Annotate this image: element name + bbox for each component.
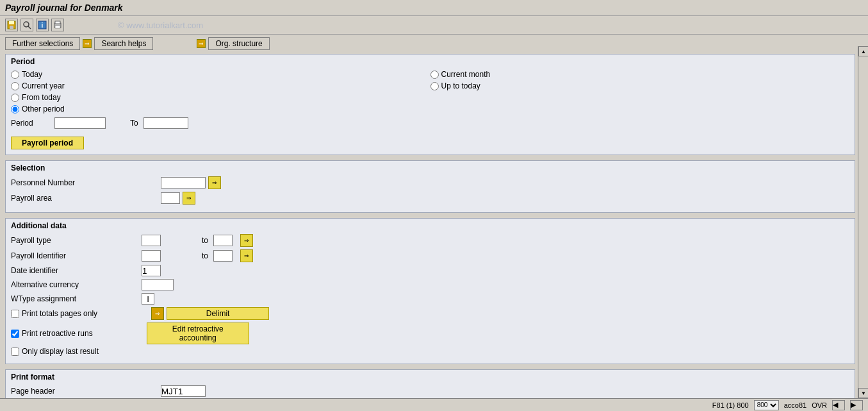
svg-line-4 [28,26,31,29]
alternative-currency-label: Alternative currency [11,280,139,289]
print-totals-checkbox[interactable] [11,310,19,318]
payroll-area-nav-btn[interactable]: ⇒ [183,192,195,205]
info-icon[interactable]: i [36,19,49,31]
current-year-label: Current year [22,81,65,90]
wtype-input[interactable] [142,293,154,305]
period-to-input[interactable] [143,117,188,129]
wtype-row: WType assignment [11,293,849,305]
payroll-type-nav-btn[interactable]: ⇒ [240,234,253,247]
scrollbar: ▲ ▼ [858,46,868,398]
payroll-period-button[interactable]: Payroll period [11,137,84,149]
payroll-identifier-nav-btn[interactable]: ⇒ [240,249,253,262]
save-icon[interactable] [5,19,18,31]
other-period-label: Other period [22,105,65,113]
svg-text:i: i [42,22,44,29]
today-label: Today [22,70,42,79]
status-nav-back[interactable]: ◀ [832,400,845,410]
scroll-up-button[interactable]: ▲ [858,46,868,56]
radio-current-year: Current year [11,81,430,90]
radio-other-period: Other period [11,105,849,113]
svg-rect-8 [55,21,60,24]
personnel-number-nav-btn[interactable]: ⇒ [208,176,221,189]
page-header-row: Page header [11,385,849,397]
additional-data-title: Additional data [11,221,849,230]
print-totals-row: Print totals pages only ⇒ Delimit [11,307,849,320]
only-display-row: Only display last result [11,347,849,356]
payroll-identifier-label: Payroll Identifier [11,251,139,260]
page-header-label: Page header [11,387,158,396]
status-mode: OVR [812,401,827,409]
svg-rect-1 [9,21,14,24]
payroll-type-to-input[interactable] [213,235,233,246]
period-radio-group: Today Current month Current year Up to t… [11,70,849,113]
delimit-button[interactable]: Delimit [167,307,269,320]
only-display-label: Only display last result [22,347,99,356]
print-format-section: Print format Page header [5,369,855,399]
up-to-today-label: Up to today [441,81,480,90]
only-display-checkbox[interactable] [11,348,19,356]
personnel-number-row: Personnel Number ⇒ [11,176,849,189]
radio-current-month: Current month [430,70,850,79]
current-month-label: Current month [441,70,491,79]
search-helps-button[interactable]: Search helps [94,37,153,50]
payroll-identifier-to-input[interactable] [213,250,233,262]
payroll-identifier-row: Payroll Identifier to ⇒ [11,249,849,262]
toolbar: i © www.tutorialkart.com [0,16,868,35]
radio-up-to-today: Up to today [430,81,850,90]
delimit-arrow-icon: ⇒ [151,307,164,320]
watermark: © www.tutorialkart.com [118,21,203,30]
payroll-area-row: Payroll area ⇒ [11,192,849,205]
up-to-today-radio[interactable] [430,82,439,90]
status-bar: F81 (1) 800 800 acco81 OVR ◀ ▶ [0,398,868,411]
button-row: Further selections ⇒ Search helps ⇒ Org.… [5,37,855,50]
radio-from-today: From today [11,93,430,102]
date-identifier-label: Date identifier [11,266,139,275]
svg-rect-2 [10,26,13,29]
period-section-title: Period [11,57,849,66]
payroll-type-row: Payroll type to ⇒ [11,234,849,247]
search-helps-arrow-icon: ⇒ [83,39,92,48]
payroll-type-label: Payroll type [11,236,139,245]
org-structure-button[interactable]: Org. structure [208,37,269,50]
status-dropdown[interactable]: 800 [754,400,779,410]
payroll-type-input[interactable] [142,235,161,246]
wtype-label: WType assignment [11,294,139,303]
print-retroactive-row: Print retroactive runs Edit retroactive … [11,323,849,344]
selection-section-title: Selection [11,164,849,172]
print-retroactive-checkbox[interactable] [11,330,19,338]
svg-rect-9 [55,26,60,28]
payroll-identifier-input[interactable] [142,250,161,262]
from-today-radio[interactable] [11,94,19,102]
print-icon[interactable] [51,19,64,31]
selection-section: Selection Personnel Number ⇒ Payroll are… [5,160,855,213]
period-input-row: Period To [11,117,849,129]
other-period-radio[interactable] [11,105,19,113]
edit-retroactive-button[interactable]: Edit retroactive accounting [147,323,249,344]
personnel-number-input[interactable] [161,177,206,189]
print-format-title: Print format [11,373,849,382]
main-content: Further selections ⇒ Search helps ⇒ Org.… [0,35,868,399]
period-from-input[interactable] [54,117,106,129]
today-radio[interactable] [11,71,19,79]
period-field-label: Period [11,119,49,128]
print-totals-label: Print totals pages only [22,309,97,318]
date-identifier-row: Date identifier [11,265,849,276]
status-nav-forward[interactable]: ▶ [850,400,863,410]
to-label-1: to [202,236,208,245]
radio-today: Today [11,70,430,79]
current-year-radio[interactable] [11,82,19,90]
status-info: F81 (1) 800 [712,401,749,409]
date-identifier-input[interactable] [142,265,161,276]
to-label-2: to [202,251,208,260]
find-icon[interactable] [20,19,33,31]
payroll-area-input[interactable] [161,192,180,204]
page-header-input[interactable] [161,385,206,397]
title-bar: Payroll journal for Denmark [0,0,868,16]
alternative-currency-input[interactable] [142,279,174,290]
personnel-number-label: Personnel Number [11,178,158,187]
svg-point-3 [24,22,29,27]
current-month-radio[interactable] [430,71,439,79]
further-selections-button[interactable]: Further selections [5,37,80,50]
delimit-button-group: ⇒ Delimit [151,307,269,320]
scroll-down-button[interactable]: ▼ [858,388,868,398]
